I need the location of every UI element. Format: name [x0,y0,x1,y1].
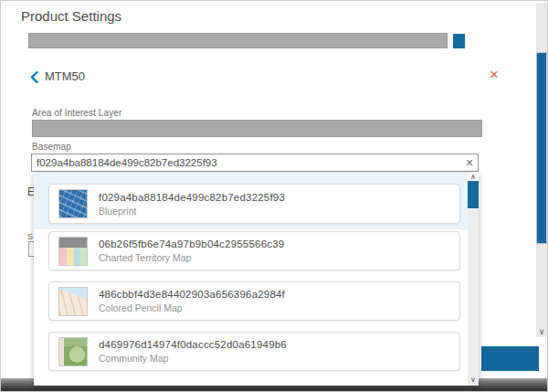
basemap-option-id: d469976d14974f0daccc52d0a61949b6 [99,339,287,350]
basemap-option-name: Community Map [99,353,287,364]
aoi-disabled-input [32,120,482,137]
basemap-option-id: 06b26f5fb6e74a97b9b04c2955566c39 [99,238,284,249]
basemap-option-community[interactable]: d469976d14974f0daccc52d0a61949b6 Communi… [34,332,468,371]
dropdown-scroll-up-icon[interactable]: ∧ [468,173,479,181]
basemap-option-colored-pencil[interactable]: 486cbbf4d3e84402903a656396a2984f Colored… [34,281,468,321]
basemap-option-name: Blueprint [99,206,285,217]
back-to-products-link[interactable]: MTM50 [30,69,85,83]
page-title: Product Settings [21,8,121,24]
basemap-dropdown: f029a4ba88184de499c82b7ed3225f93 Bluepri… [34,173,479,386]
product-settings-dialog: Product Settings ∨ MTM50 × Area of Inter… [0,0,548,392]
basemap-option-charted-territory[interactable]: 06b26f5fb6e74a97b9b04c2955566c39 Charted… [34,231,468,270]
disabled-product-bar [28,33,448,48]
back-chevron-icon [30,70,38,82]
dropdown-scrollbar[interactable]: ∧ ∨ [468,173,479,386]
clear-input-icon[interactable]: × [461,154,478,171]
obscured-label-fragment: S [27,232,34,241]
basemap-option-name: Charted Territory Map [99,252,284,263]
page-scrollbar-thumb[interactable] [536,52,547,244]
basemap-input[interactable] [32,157,461,168]
aoi-field-label: Area of Interest Layer [32,108,121,118]
basemap-option-name: Colored Pencil Map [99,302,285,313]
basemap-thumbnail [58,237,88,266]
basemap-option-id: f029a4ba88184de499c82b7ed3225f93 [99,192,285,203]
basemap-thumbnail [58,337,88,366]
basemap-thumbnail [58,189,88,218]
confirm-button[interactable] [481,346,539,371]
page-scroll-down-icon[interactable]: ∨ [536,327,547,336]
basemap-thumbnail [58,287,88,316]
product-bar-action-button[interactable] [453,34,465,48]
basemap-option-blueprint[interactable]: f029a4ba88184de499c82b7ed3225f93 Bluepri… [34,173,468,229]
basemap-option-id: 486cbbf4d3e84402903a656396a2984f [99,289,285,300]
basemap-combobox[interactable]: × [31,154,479,172]
product-name-label: MTM50 [45,69,85,83]
basemap-field-label: Basemap [32,142,71,152]
close-icon[interactable]: × [490,67,499,82]
dropdown-scrollbar-thumb[interactable] [468,181,479,208]
dropdown-scroll-down-icon[interactable]: ∨ [468,376,479,385]
page-scrollbar[interactable]: ∨ [536,3,547,337]
